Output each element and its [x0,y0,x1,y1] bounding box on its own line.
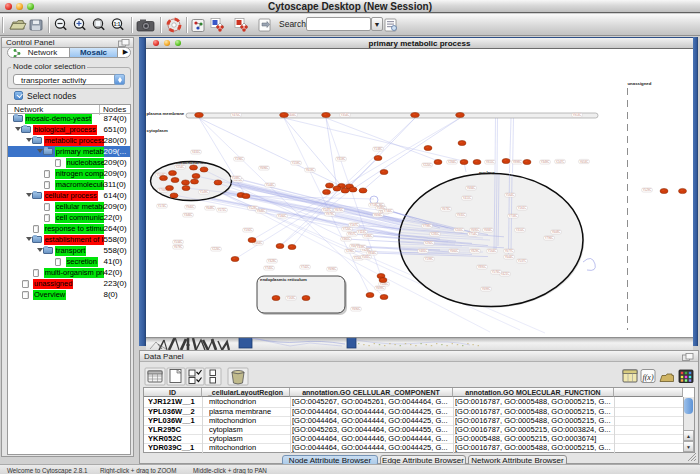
svg-text:Y349C: Y349C [541,160,550,164]
svg-text:plasma membrane: plasma membrane [147,111,185,116]
svg-text:f(x): f(x) [642,373,653,382]
svg-text:Y421C: Y421C [501,272,510,276]
svg-text:Y580C: Y580C [364,234,373,238]
svg-text:cytoplasm: cytoplasm [147,128,168,133]
svg-text:endoplasmic reticulum: endoplasmic reticulum [260,277,307,282]
svg-text:Y670C: Y670C [335,208,344,212]
svg-text:Y673C: Y673C [442,207,451,211]
svg-text:Y199C: Y199C [425,257,434,261]
svg-text:Y188C: Y188C [232,176,241,180]
svg-text:Y365C: Y365C [342,237,351,241]
svg-text:Y285C: Y285C [431,232,440,236]
svg-text:Y226C: Y226C [212,247,221,251]
svg-text:Y163C: Y163C [287,296,296,300]
svg-text:Y192C: Y192C [244,228,253,232]
svg-text:Y696C: Y696C [328,267,337,271]
svg-text:Y247C: Y247C [556,160,565,164]
svg-text:nucleus: nucleus [479,170,496,175]
svg-text:Y660C: Y660C [450,249,459,253]
svg-text:Y292C: Y292C [425,241,434,245]
svg-text:Y798C: Y798C [423,224,432,228]
svg-text:Y684C: Y684C [467,186,476,190]
svg-text:Y829C: Y829C [471,249,480,253]
svg-text:Y677C: Y677C [505,249,514,253]
svg-text:Y481C: Y481C [419,249,428,253]
svg-text:Y740C: Y740C [384,209,393,213]
svg-text:Y699C: Y699C [376,286,385,290]
svg-text:Y754C: Y754C [469,232,478,236]
svg-text:Y161C: Y161C [518,206,527,210]
svg-text:Y898C: Y898C [513,160,522,164]
svg-text:Y679C: Y679C [174,245,183,249]
svg-text:Y608C: Y608C [552,230,561,234]
svg-text:Y415C: Y415C [463,196,472,200]
svg-text:Y138C: Y138C [374,147,383,151]
svg-text:Y733C: Y733C [509,214,518,218]
svg-text:Y644C: Y644C [505,255,514,259]
svg-text:Y957C: Y957C [348,232,357,236]
svg-text:Y653C: Y653C [580,160,589,164]
svg-text:Y935C: Y935C [457,213,466,217]
svg-text:1:1: 1:1 [114,22,121,27]
svg-text:Y684C: Y684C [484,228,493,232]
svg-text:Y431C: Y431C [192,150,201,154]
svg-text:Y310C: Y310C [516,228,525,232]
svg-text:Y328C: Y328C [268,259,277,263]
svg-text:Y694C: Y694C [374,213,383,217]
svg-text:Y940C: Y940C [186,205,195,209]
svg-text:Y699C: Y699C [482,287,491,291]
svg-text:Y690C: Y690C [352,307,361,311]
svg-text:Y284C: Y284C [448,160,457,164]
svg-text:Y648C: Y648C [206,206,215,210]
svg-text:Y174C: Y174C [158,204,167,208]
svg-text:Y205C: Y205C [455,228,464,232]
svg-text:Y220C: Y220C [423,163,432,167]
svg-text:Y346C: Y346C [184,213,193,217]
svg-text:Y319C: Y319C [337,157,346,161]
svg-text:Y254C: Y254C [176,165,185,169]
svg-text:Y696C: Y696C [260,166,269,170]
svg-text:Y796C: Y796C [545,236,554,240]
svg-text:Y164C: Y164C [488,249,497,253]
svg-text:Y406C: Y406C [288,113,297,117]
svg-text:Y544C: Y544C [266,183,275,187]
svg-text:Y581C: Y581C [362,255,371,259]
svg-text:Y564C: Y564C [506,193,515,197]
svg-text:Y354C: Y354C [341,113,350,117]
svg-text:Y946C: Y946C [257,209,266,213]
svg-text:Y537C: Y537C [518,259,527,263]
svg-text:Y160C: Y160C [278,214,287,218]
svg-text:Y619C: Y619C [306,168,315,172]
svg-text:Y534C: Y534C [174,240,183,244]
svg-text:Y979C: Y979C [326,212,335,216]
svg-text:Y159C: Y159C [292,161,301,165]
svg-text:Y296C: Y296C [346,249,355,253]
svg-text:Y815C: Y815C [486,160,495,164]
svg-text:Y149C: Y149C [200,190,209,194]
svg-text:unassigned: unassigned [628,81,652,86]
svg-text:Y895C: Y895C [478,265,487,269]
svg-text:Y913C: Y913C [573,113,582,117]
svg-text:Y470C: Y470C [232,113,241,117]
svg-text:Y339C: Y339C [357,245,366,249]
svg-text:Y576C: Y576C [492,270,501,274]
svg-text:Y171C: Y171C [218,208,227,212]
svg-text:Y196C: Y196C [235,157,244,161]
svg-text:Y529C: Y529C [643,188,652,192]
svg-text:Y742C: Y742C [301,265,310,269]
svg-text:mitochondrion: mitochondrion [176,160,206,165]
svg-text:Y720C: Y720C [343,227,352,231]
svg-text:Y745C: Y745C [265,266,274,270]
